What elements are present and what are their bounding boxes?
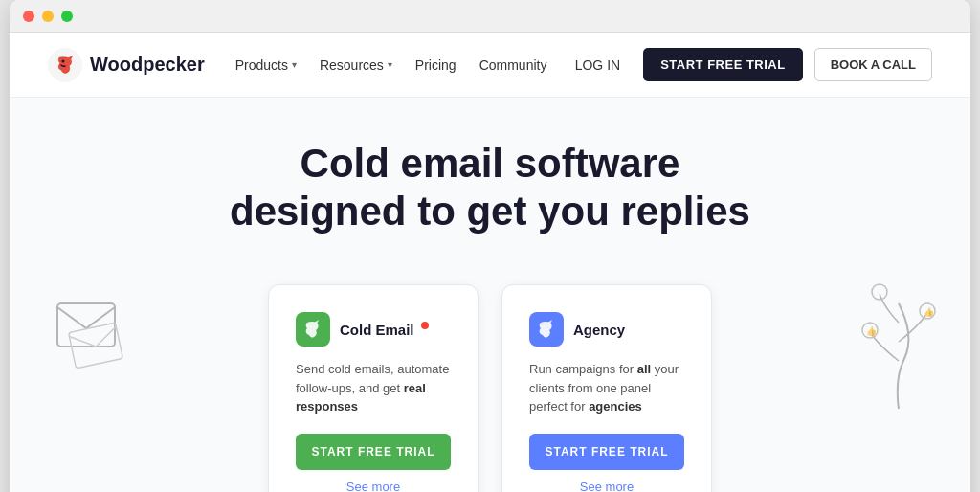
svg-text:👍: 👍 — [866, 325, 878, 337]
start-trial-button[interactable]: START FREE TRIAL — [643, 48, 803, 81]
hero-title: Cold email software designed to get you … — [155, 140, 825, 235]
tree-illustration: 👍 👍 — [836, 265, 961, 418]
browser-window: Woodpecker Products ▾ Resources ▾ Pricin… — [10, 0, 970, 492]
page-content: Woodpecker Products ▾ Resources ▾ Pricin… — [10, 33, 970, 492]
card-header: Cold Email — [296, 312, 451, 347]
svg-point-6 — [872, 284, 887, 300]
cold-email-start-trial-button[interactable]: START FREE TRIAL — [296, 434, 451, 470]
svg-point-1 — [62, 59, 65, 62]
browser-chrome — [10, 0, 970, 33]
logo-text: Woodpecker — [90, 54, 205, 76]
maximize-button-icon[interactable] — [61, 11, 73, 22]
agency-start-trial-button[interactable]: START FREE TRIAL — [529, 434, 684, 470]
card-title-cold-email: Cold Email — [340, 322, 429, 338]
nav-actions: LOG IN START FREE TRIAL BOOK A CALL — [564, 48, 932, 81]
nav-item-community[interactable]: Community — [479, 57, 547, 73]
card-header-agency: Agency — [529, 312, 684, 347]
envelope-illustration — [38, 275, 153, 390]
nav-item-products[interactable]: Products ▾ — [235, 57, 297, 73]
logo-area[interactable]: Woodpecker — [48, 48, 205, 82]
svg-text:👍: 👍 — [924, 306, 935, 318]
minimize-button-icon[interactable] — [42, 11, 54, 22]
nav-item-resources[interactable]: Resources ▾ — [320, 57, 392, 73]
card-description-agency: Run campaigns for all your clients from … — [529, 360, 684, 416]
cards-section: 👍 👍 Cold Email — [10, 284, 970, 492]
agency-see-more-link[interactable]: See more — [529, 480, 684, 492]
book-call-button[interactable]: BOOK A CALL — [814, 48, 932, 81]
login-button[interactable]: LOG IN — [564, 50, 632, 80]
agency-card: Agency Run campaigns for all your client… — [501, 284, 712, 492]
hero-section: Cold email software designed to get you … — [10, 98, 970, 284]
chevron-down-icon: ▾ — [292, 59, 297, 70]
navbar: Woodpecker Products ▾ Resources ▾ Pricin… — [10, 33, 970, 98]
card-description-cold-email: Send cold emails, automate follow-ups, a… — [296, 360, 451, 416]
card-title-agency: Agency — [573, 322, 625, 338]
cold-email-card: Cold Email Send cold emails, automate fo… — [268, 284, 479, 492]
nav-links: Products ▾ Resources ▾ Pricing Community — [235, 57, 564, 73]
nav-item-pricing[interactable]: Pricing — [415, 57, 457, 73]
cold-email-icon — [296, 312, 330, 347]
new-badge — [421, 322, 429, 329]
close-button-icon[interactable] — [23, 11, 34, 22]
logo-icon — [48, 48, 82, 82]
chevron-down-icon: ▾ — [388, 59, 392, 70]
agency-icon — [529, 312, 564, 347]
cold-email-see-more-link[interactable]: See more — [296, 480, 451, 492]
